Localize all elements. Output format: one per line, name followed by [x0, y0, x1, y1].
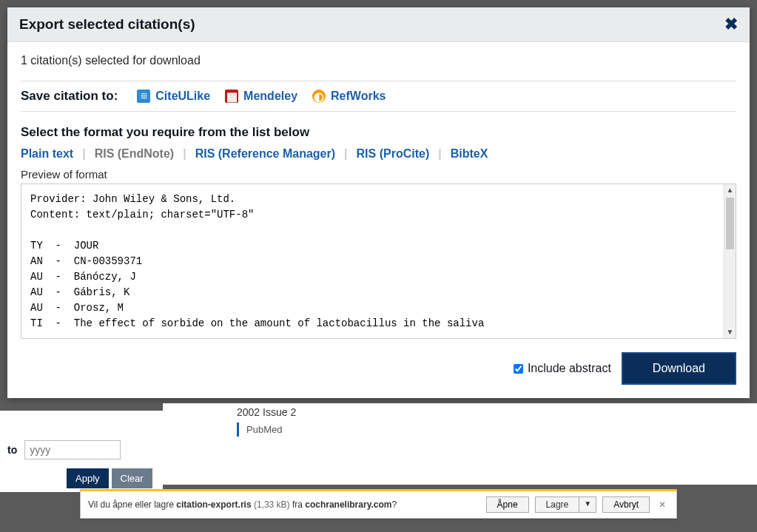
- citation-count: 1 citation(s) selected for download: [21, 54, 736, 67]
- to-label: to: [7, 444, 17, 456]
- save-citation-row: Save citation to: ≡ CiteULike ▦ Mendeley…: [21, 81, 736, 112]
- refworks-icon: ◐: [312, 90, 326, 103]
- tab-ris-endnote[interactable]: RIS (EndNote): [86, 147, 184, 161]
- open-file-button[interactable]: Åpne: [486, 496, 529, 513]
- tab-ris-refman[interactable]: RIS (Reference Manager): [186, 147, 344, 161]
- cancel-download-button[interactable]: Avbryt: [602, 496, 650, 513]
- include-abstract-label[interactable]: Include abstract: [514, 362, 611, 375]
- refworks-label: RefWorks: [331, 90, 386, 103]
- mendeley-icon: ▦: [225, 90, 238, 103]
- scrollbar[interactable]: ▲ ▼: [724, 184, 736, 338]
- tab-ris-procite[interactable]: RIS (ProCite): [348, 147, 439, 161]
- scroll-up-icon[interactable]: ▲: [724, 184, 736, 196]
- tab-plain-text[interactable]: Plain text: [21, 147, 82, 161]
- scroll-down-icon[interactable]: ▼: [724, 326, 736, 338]
- save-file-main[interactable]: Lagre: [536, 497, 580, 512]
- preview-content[interactable]: Provider: John Wiley & Sons, Ltd. Conten…: [21, 184, 736, 338]
- preview-label: Preview of format: [21, 168, 736, 181]
- search-result-fragment: 2002 Issue 2 PubMed: [163, 403, 757, 485]
- citeulike-label: CiteULike: [155, 90, 210, 103]
- modal-header: Export selected citation(s) ✖: [7, 7, 750, 42]
- format-tabs: Plain text | RIS (EndNote) | RIS (Refere…: [21, 147, 736, 161]
- format-header: Select the format you require from the l…: [21, 125, 736, 140]
- year-to-input[interactable]: [24, 440, 121, 459]
- save-mendeley-link[interactable]: ▦ Mendeley: [225, 90, 297, 103]
- preview-box: Provider: John Wiley & Sons, Ltd. Conten…: [21, 183, 736, 339]
- scroll-thumb[interactable]: [726, 198, 734, 249]
- export-citations-modal: Export selected citation(s) ✖ 1 citation…: [7, 7, 750, 398]
- tab-bibtex[interactable]: BibteX: [442, 147, 497, 161]
- close-download-bar-icon[interactable]: ✕: [656, 499, 669, 510]
- modal-title: Export selected citation(s): [19, 16, 195, 33]
- save-citeulike-link[interactable]: ≡ CiteULike: [137, 90, 210, 103]
- close-icon[interactable]: ✖: [724, 15, 738, 34]
- save-file-dropdown-icon[interactable]: ▼: [579, 497, 596, 512]
- modal-footer: Include abstract Download: [21, 352, 736, 385]
- download-button[interactable]: Download: [622, 352, 736, 385]
- mendeley-label: Mendeley: [243, 90, 297, 103]
- save-file-button[interactable]: Lagre ▼: [535, 496, 597, 513]
- save-refworks-link[interactable]: ◐ RefWorks: [312, 90, 386, 103]
- save-citation-label: Save citation to:: [21, 89, 118, 104]
- browser-download-bar: Vil du åpne eller lagre citation-export.…: [80, 489, 677, 519]
- result-issue: 2002 Issue 2: [237, 406, 750, 418]
- clear-button[interactable]: Clear: [112, 468, 152, 488]
- include-abstract-text: Include abstract: [528, 362, 611, 375]
- pubmed-tag: PubMed: [237, 422, 289, 437]
- download-message: Vil du åpne eller lagre citation-export.…: [88, 499, 480, 510]
- sidebar-date-filter: to Apply Clear: [0, 411, 163, 492]
- citeulike-icon: ≡: [137, 90, 150, 103]
- include-abstract-checkbox[interactable]: [514, 364, 523, 374]
- apply-button[interactable]: Apply: [67, 468, 109, 488]
